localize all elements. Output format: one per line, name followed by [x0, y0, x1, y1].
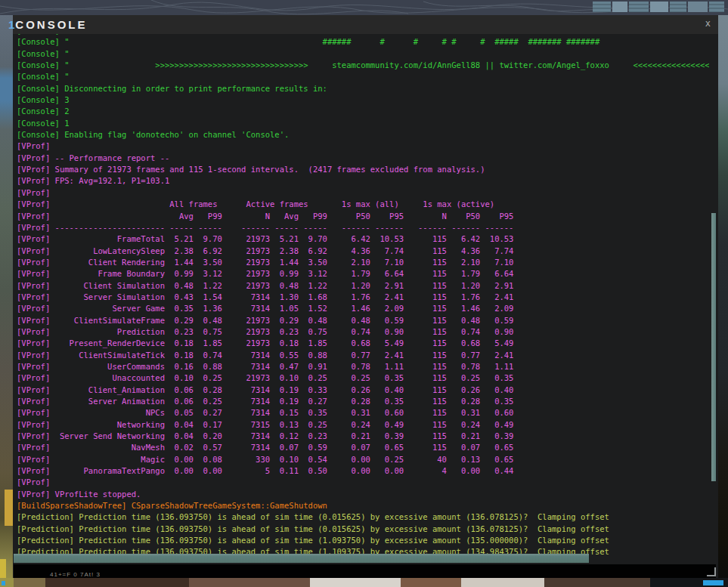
game-background-right — [718, 15, 728, 587]
log-line: [VProf] Avg P99 N Avg P99 P50 P95 N P50 … — [17, 211, 709, 222]
log-line: [VProf] Networking 0.04 0.17 7315 0.13 0… — [17, 419, 709, 431]
terrain-segment — [14, 578, 45, 587]
log-line: [VProf] All frames Active frames 1s max … — [17, 199, 709, 210]
log-line: [VProf] FPS: Avg=192.1, P1=103.1 — [17, 175, 709, 187]
log-line: [Console] Disconnecting in order to prin… — [17, 83, 709, 94]
log-line: [Console] " >>>>>>>>>>>>>>>>>>>>>>>>>>>>… — [17, 60, 709, 71]
log-line: [VProf] Frame Boundary 0.99 3.12 21973 0… — [17, 268, 709, 280]
console-log: [Console] " ###### # # # # # ##### #####… — [17, 34, 709, 560]
log-line: [VProf] -- Performance report -- — [17, 153, 709, 164]
console-window: 1CONSOLE x [Console] " ###### # # # # # … — [13, 15, 718, 578]
log-line: [VProf] Client Rendering 1.44 3.50 21973… — [17, 257, 709, 268]
log-line: [VProf] ----------------------- ----- --… — [17, 222, 709, 233]
log-line: [VProf] NavMesh 0.02 0.57 7314 0.07 0.59… — [17, 442, 709, 453]
console-title: 1CONSOLE — [8, 18, 88, 31]
log-line: [Prediction] Prediction time (136.093750… — [17, 511, 709, 523]
terrain-segment — [401, 578, 461, 587]
terrain-snow-segment — [310, 578, 401, 587]
log-line: [VProf] Client Simulation 0.48 1.22 2197… — [17, 280, 709, 292]
log-line: [VProf] Server Simulation 0.43 1.54 7314… — [17, 292, 709, 303]
log-line: [Console] " — [17, 71, 709, 82]
log-line: [Console] 1 — [17, 118, 709, 129]
console-titlebar[interactable]: 1CONSOLE x — [13, 15, 718, 34]
log-line: [Console] " — [17, 48, 709, 60]
resize-handle-icon[interactable] — [707, 567, 716, 576]
game-scenery-gold-patch — [5, 490, 13, 526]
log-line: [VProf] Unaccounted 0.10 0.25 21973 0.10… — [17, 372, 709, 384]
log-line: [VProf] Server Game 0.35 1.36 7314 1.05 … — [17, 303, 709, 314]
log-line: [VProf] Server Animation 0.06 0.25 7314 … — [17, 396, 709, 407]
log-line: [VProf] Summary of 21973 frames and 115 … — [17, 164, 709, 175]
log-line: [Prediction] Prediction time (136.093750… — [17, 535, 709, 546]
game-hud-blue-bar — [703, 580, 723, 585]
log-line: [VProf] ClientSimulateTick 0.18 0.74 731… — [17, 350, 709, 361]
game-background-top — [0, 0, 728, 15]
vertical-scrollbar-thumb[interactable] — [711, 213, 716, 481]
close-button[interactable]: x — [705, 18, 711, 29]
log-line: [VProf] Server Send Networking 0.04 0.20… — [17, 431, 709, 442]
terrain-segment — [45, 578, 189, 587]
log-line: [Console] 3 — [17, 94, 709, 106]
horizontal-scrollbar-thumb[interactable] — [14, 554, 589, 563]
log-line: [Prediction] Prediction time (136.093750… — [17, 524, 709, 535]
log-line: [Console] 2 — [17, 106, 709, 117]
game-hud-blue-tick — [2, 581, 5, 585]
terrain-snow-segment — [461, 578, 544, 587]
log-line: [VProf] FrameTotal 5.21 9.70 21973 5.21 … — [17, 233, 709, 245]
log-line: [VProf] NPCs 0.05 0.27 7314 0.15 0.35 0.… — [17, 407, 709, 419]
log-line: [VProf] — [17, 477, 709, 488]
console-title-label: CONSOLE — [15, 18, 87, 31]
game-hud-bottom-left-text: 41+=F 0 7At! 3 — [50, 571, 101, 578]
log-line: [VProf] — [17, 141, 709, 152]
log-line: [VProf] — [17, 187, 709, 199]
console-input[interactable] — [14, 564, 716, 578]
log-line: [BuildSparseShadowTree] CSparseShadowTre… — [17, 500, 709, 511]
log-line: [VProf] Magic 0.00 0.08 330 0.10 0.54 0.… — [17, 454, 709, 465]
log-line: [VProf] PanoramaTextPango 0.00 0.00 5 0.… — [17, 465, 709, 477]
console-tab-number: 1 — [8, 18, 15, 31]
log-line: [VProf] LowLatencySleep 2.38 6.92 21973 … — [17, 246, 709, 257]
log-line: [Console] " ###### # # # # # ##### #####… — [17, 36, 709, 48]
log-line: [VProf] Present_RenderDevice 0.18 1.85 2… — [17, 338, 709, 349]
game-hud-tiles — [593, 2, 724, 12]
log-line: [VProf] Prediction 0.23 0.75 21973 0.23 … — [17, 326, 709, 338]
log-line: [Console] Enabling flag 'donotecho' on c… — [17, 129, 709, 141]
log-line: [VProf] ClientSimulateFrame 0.29 0.48 21… — [17, 315, 709, 326]
log-line: [VProf] VProfLite stopped. — [17, 489, 709, 500]
game-background-left — [0, 15, 13, 587]
terrain-segment — [189, 578, 310, 587]
game-background-bottom — [0, 578, 728, 587]
terrain-segment — [544, 578, 650, 587]
log-line: [VProf] UserCommands 0.16 0.88 7314 0.47… — [17, 361, 709, 372]
log-line: [VProf] Client_Animation 0.06 0.28 7314 … — [17, 385, 709, 396]
